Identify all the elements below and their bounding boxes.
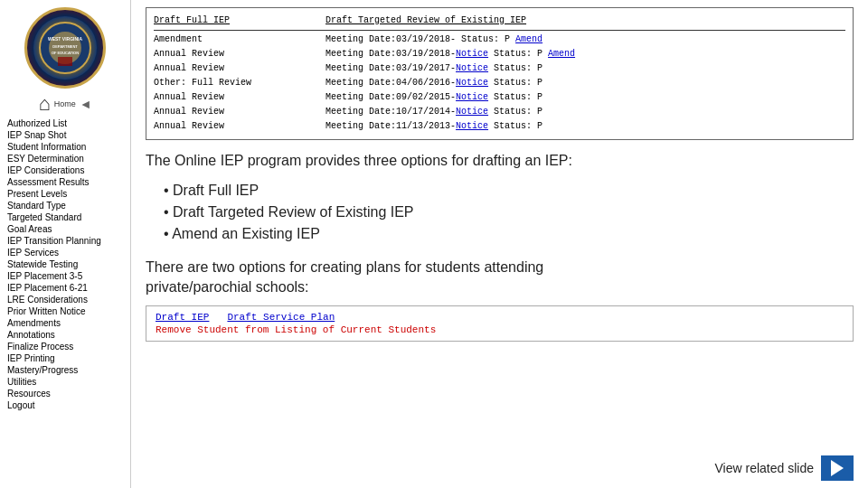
bullet-item-1: Draft Full IEP bbox=[164, 180, 854, 202]
logo: WEST VIRGINIA DEPARTMENT OF EDUCATION bbox=[24, 7, 106, 89]
next-slide-button[interactable] bbox=[821, 455, 854, 481]
view-related-label: View related slide bbox=[715, 461, 814, 475]
right-row-5: Meeting Date:10/17/2014-Notice Status: P bbox=[326, 105, 575, 119]
draft-iep-link[interactable]: Draft IEP bbox=[156, 312, 209, 323]
two-options-text: There are two options for creating plans… bbox=[146, 258, 854, 298]
notice-link-1[interactable]: Notice bbox=[456, 49, 488, 59]
private-school-box: Draft IEP Draft Service Plan Remove Stud… bbox=[146, 305, 854, 342]
left-row-1: Annual Review bbox=[154, 47, 307, 61]
notice-link-6[interactable]: Notice bbox=[456, 121, 488, 131]
right-row-6: Meeting Date:11/13/2013-Notice Status: P bbox=[326, 119, 575, 134]
nav-item-targeted-standard[interactable]: Targeted Standard bbox=[4, 211, 127, 223]
logo-inner: WEST VIRGINIA DEPARTMENT OF EDUCATION bbox=[33, 16, 97, 80]
right-row-3: Meeting Date:04/06/2016-Notice Status: P bbox=[326, 76, 575, 90]
nav-item-assessment[interactable]: Assessment Results bbox=[4, 176, 127, 188]
svg-text:OF EDUCATION: OF EDUCATION bbox=[52, 51, 79, 55]
left-column: Amendment Annual Review Annual Review Ot… bbox=[154, 33, 307, 134]
next-arrow-icon bbox=[831, 460, 844, 476]
bullet-item-2: Draft Targeted Review of Existing IEP bbox=[164, 202, 854, 223]
iep-table: Draft Full IEP Draft Targeted Review of … bbox=[146, 7, 854, 140]
nav-item-mastery[interactable]: Mastery/Progress bbox=[4, 364, 127, 376]
nav-item-lre[interactable]: LRE Considerations bbox=[4, 294, 127, 305]
ps-row1: Draft IEP Draft Service Plan bbox=[156, 312, 844, 323]
nav-item-iep-printing[interactable]: IEP Printing bbox=[4, 352, 127, 364]
nav-item-student-info[interactable]: Student Information bbox=[4, 141, 127, 153]
amend-link-0[interactable]: Amend bbox=[515, 34, 542, 44]
nav-list: Authorized List IEP Snap Shot Student In… bbox=[0, 117, 130, 411]
right-row-2: Meeting Date:03/19/2017-Notice Status: P bbox=[326, 61, 575, 76]
nav-item-placement-3-5[interactable]: IEP Placement 3-5 bbox=[4, 270, 127, 282]
nav-item-authorized-list[interactable]: Authorized List bbox=[4, 117, 127, 129]
nav-item-iep-services[interactable]: IEP Services bbox=[4, 247, 127, 258]
notice-link-5[interactable]: Notice bbox=[456, 107, 488, 117]
nav-item-standard-type[interactable]: Standard Type bbox=[4, 200, 127, 211]
left-row-5: Annual Review bbox=[154, 105, 307, 119]
notice-link-4[interactable]: Notice bbox=[456, 92, 488, 102]
draft-service-plan-link[interactable]: Draft Service Plan bbox=[227, 312, 335, 323]
right-row-1: Meeting Date:03/19/2018-Notice Status: P… bbox=[326, 47, 575, 61]
nav-item-annotations[interactable]: Annotations bbox=[4, 329, 127, 341]
main-content: Draft Full IEP Draft Targeted Review of … bbox=[131, 0, 868, 488]
notice-link-3[interactable]: Notice bbox=[456, 78, 488, 88]
home-area: ⌂ Home ◄ bbox=[38, 94, 91, 114]
nav-item-resources[interactable]: Resources bbox=[4, 388, 127, 399]
nav-item-finalize[interactable]: Finalize Process bbox=[4, 341, 127, 352]
svg-text:DEPARTMENT: DEPARTMENT bbox=[52, 44, 78, 49]
nav-item-logout[interactable]: Logout bbox=[4, 399, 127, 411]
bullet-list: Draft Full IEP Draft Targeted Review of … bbox=[164, 180, 854, 245]
nav-item-iep-considerations[interactable]: IEP Considerations bbox=[4, 164, 127, 176]
svg-rect-5 bbox=[58, 57, 72, 66]
home-icon[interactable]: ⌂ bbox=[38, 94, 50, 114]
home-label[interactable]: Home bbox=[54, 99, 76, 108]
ps-row2: Remove Student from Listing of Current S… bbox=[156, 324, 844, 335]
col-draft-targeted-header: Draft Targeted Review of Existing IEP bbox=[326, 14, 526, 28]
table-header: Draft Full IEP Draft Targeted Review of … bbox=[154, 14, 845, 31]
nav-item-iep-snapshot[interactable]: IEP Snap Shot bbox=[4, 129, 127, 141]
nav-item-placement-6-21[interactable]: IEP Placement 6-21 bbox=[4, 282, 127, 294]
amend-link-1[interactable]: Amend bbox=[548, 49, 575, 59]
intro-text: The Online IEP program provides three op… bbox=[146, 151, 854, 171]
bullet-item-3: Amend an Existing IEP bbox=[164, 223, 854, 245]
nav-item-goal-areas[interactable]: Goal Areas bbox=[4, 223, 127, 235]
table-rows: Amendment Annual Review Annual Review Ot… bbox=[154, 33, 845, 134]
nav-item-prior-notice[interactable]: Prior Written Notice bbox=[4, 305, 127, 317]
right-column: Meeting Date:03/19/2018- Status: P Amend… bbox=[326, 33, 575, 134]
bottom-area: View related slide bbox=[146, 450, 854, 481]
back-arrow-icon[interactable]: ◄ bbox=[80, 97, 92, 111]
svg-text:WEST VIRGINIA: WEST VIRGINIA bbox=[48, 36, 82, 42]
nav-item-statewide[interactable]: Statewide Testing bbox=[4, 258, 127, 270]
left-row-0: Amendment bbox=[154, 33, 307, 47]
col-draft-full-header: Draft Full IEP bbox=[154, 14, 307, 28]
nav-item-esy[interactable]: ESY Determination bbox=[4, 153, 127, 164]
right-row-4: Meeting Date:09/02/2015-Notice Status: P bbox=[326, 90, 575, 105]
sidebar: WEST VIRGINIA DEPARTMENT OF EDUCATION ⌂ … bbox=[0, 0, 131, 488]
notice-link-2[interactable]: Notice bbox=[456, 63, 488, 73]
left-row-4: Annual Review bbox=[154, 90, 307, 105]
left-row-3: Other: Full Review bbox=[154, 76, 307, 90]
nav-item-iep-transition[interactable]: IEP Transition Planning bbox=[4, 235, 127, 247]
nav-item-present-levels[interactable]: Present Levels bbox=[4, 188, 127, 200]
right-row-0: Meeting Date:03/19/2018- Status: P Amend bbox=[326, 33, 575, 47]
nav-item-utilities[interactable]: Utilities bbox=[4, 376, 127, 388]
left-row-2: Annual Review bbox=[154, 61, 307, 76]
left-row-6: Annual Review bbox=[154, 119, 307, 134]
nav-item-amendments[interactable]: Amendments bbox=[4, 317, 127, 329]
